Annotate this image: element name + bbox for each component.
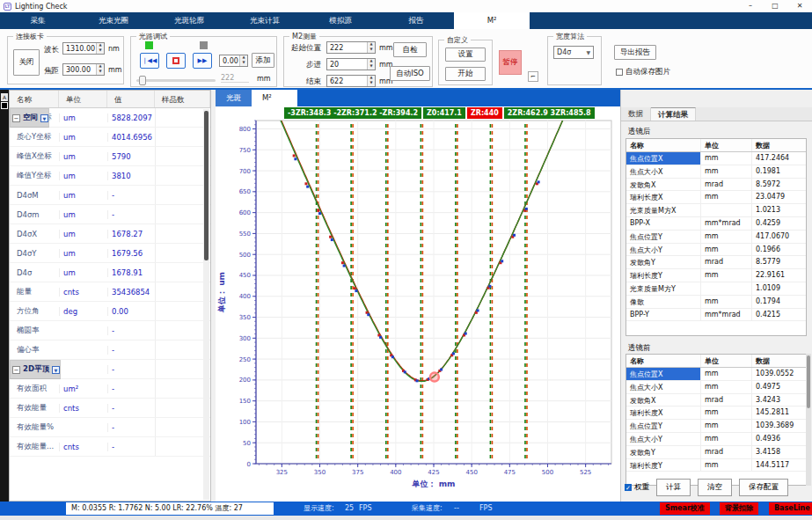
left-table-scrollbar[interactable] (203, 109, 209, 500)
column-header[interactable]: 名称 (626, 139, 700, 151)
pause-button[interactable]: 暂停 (499, 50, 522, 75)
wavelength-input[interactable]: 1310.00 ▲▼ (62, 42, 105, 55)
caustic-chart[interactable]: 0501001502002503003504004505005506006507… (216, 106, 620, 502)
table-row[interactable]: D4σum1678.91 (10, 263, 210, 282)
minimize-icon[interactable]: – (738, 0, 763, 12)
self-check-button[interactable]: 自检 (393, 42, 427, 57)
menu-tab-采集[interactable]: 采集 (0, 12, 76, 29)
save-config-button[interactable]: 保存配置 (739, 479, 788, 496)
results-tab-计算结果[interactable]: 计算结果 (651, 107, 696, 121)
focal-spinner[interactable]: ▲▼ (96, 64, 104, 75)
focal-input[interactable]: 300.00 ▲▼ (62, 63, 105, 76)
column-header[interactable]: 单位 (700, 139, 751, 151)
table-row[interactable]: 发散角Xmrad8.5972 (626, 179, 806, 192)
weight-checkbox[interactable]: ✓ (625, 484, 632, 491)
table-row[interactable]: 像散mm0.1794 (626, 296, 806, 309)
table-row[interactable]: 方位角deg0.00 (10, 302, 210, 321)
close-icon[interactable]: ✕ (787, 0, 812, 12)
table-row[interactable]: 质心Y坐标um4014.6956 (10, 128, 210, 147)
calculate-button[interactable]: 计算 (656, 479, 691, 496)
table-row[interactable]: 焦点位置Ymm417.0670 (626, 231, 806, 244)
table-row[interactable]: 有效面积um²- (10, 379, 210, 399)
m2-field-spinner[interactable]: ▲▼ (367, 42, 375, 53)
column-header[interactable]: 名称 (10, 91, 59, 107)
results-tab-数据[interactable]: 数据 (621, 107, 651, 121)
column-header[interactable]: 数据 (751, 139, 806, 151)
dropdown-icon[interactable]: ▼ (40, 114, 48, 122)
table-row[interactable]: 焦点位置Xmm417.2464 (626, 152, 806, 165)
dock-a-icon[interactable]: A (1, 93, 8, 101)
close-board-button[interactable]: 关闭 (13, 49, 40, 76)
width-algorithm-select[interactable]: D4σ ▼ (553, 46, 594, 59)
table-row[interactable]: 焦点位置Ymm1039.3689 (626, 420, 806, 433)
m2-field-input[interactable]: 622▲▼ (326, 75, 376, 87)
column-header[interactable]: 数据 (751, 355, 806, 367)
stop-icon[interactable] (166, 53, 186, 69)
table-row[interactable]: 瑞利长度Ymm22.9161 (626, 269, 806, 282)
table-row[interactable]: 能量cnts35436854 (10, 282, 210, 302)
collapse-icon[interactable]: − (12, 114, 20, 122)
table-row[interactable]: 光束质量M方X1.0213 (626, 204, 806, 217)
status-button-Smear校准[interactable]: Smear校准 (660, 502, 710, 515)
m2-field-input[interactable]: 222▲▼ (326, 41, 376, 54)
offset-spinner[interactable]: ▲▼ (239, 55, 247, 66)
clear-button[interactable]: 清空 (698, 479, 732, 496)
table-row[interactable]: 发散角Ymrad8.5779 (626, 256, 806, 269)
table-row[interactable]: 有效能量cnts- (10, 399, 210, 418)
before-table-scrollbar[interactable] (806, 354, 811, 486)
table-row[interactable]: 焦点大小Xmm0.4975 (626, 381, 806, 394)
table-row[interactable]: 瑞利长度Xmm23.0479 (626, 191, 806, 204)
stage-position-slider[interactable] (136, 79, 216, 82)
fast-forward-icon[interactable]: ▶▶ (193, 53, 212, 69)
table-row[interactable]: 峰值X坐标um5790 (10, 147, 210, 166)
offset-input[interactable]: 0.00 ▲▼ (219, 55, 248, 67)
column-header[interactable]: 单位 (700, 355, 751, 367)
m2-field-input[interactable]: 20▲▼ (326, 58, 376, 70)
menu-tab-光斑轮廓[interactable]: 光斑轮廓 (151, 12, 227, 29)
export-report-button[interactable]: 导出报告 (614, 45, 656, 60)
table-row[interactable]: 发散角Xmrad3.4243 (626, 394, 806, 407)
table-row[interactable]: 有效能量...cnts- (10, 437, 210, 457)
status-button-背景扣除[interactable]: 背景扣除 (720, 502, 758, 515)
settings-button[interactable]: 设置 (445, 48, 486, 62)
column-header[interactable]: 值 (107, 91, 155, 107)
table-row[interactable]: BPP-Xmm*mrad0.4259 (626, 217, 806, 231)
table-row[interactable]: 焦点大小Ymm0.4936 (626, 433, 806, 446)
table-row[interactable]: −空间▼ (10, 108, 49, 128)
table-row[interactable]: 焦点大小Xmm0.1981 (626, 165, 806, 179)
menu-tab-报告[interactable]: 报告 (378, 12, 454, 29)
menu-tab-模拟源[interactable]: 模拟源 (303, 12, 378, 29)
table-row[interactable]: 瑞利长度Xmm145.2811 (626, 406, 806, 420)
table-row[interactable]: −2D平顶▼ (10, 360, 61, 379)
table-row[interactable]: 有效能量%- (10, 418, 210, 437)
dropdown-icon[interactable]: ▼ (52, 366, 60, 374)
table-row[interactable]: 峰值Y坐标um3810 (10, 166, 210, 186)
menu-tab-M²[interactable]: M² (454, 12, 530, 29)
maximize-icon[interactable]: □ (763, 0, 787, 12)
table-row[interactable]: D4σMum- (10, 186, 210, 205)
chart-tab-M²[interactable]: M² (252, 90, 297, 106)
skip-back-icon[interactable]: ❘◀◀ (140, 53, 159, 69)
column-header[interactable]: 单位 (59, 91, 107, 107)
table-row[interactable]: 焦点位置Xmm1039.0552 (626, 368, 806, 381)
table-row[interactable]: 椭圆率- (10, 321, 210, 341)
slider-handle[interactable] (139, 76, 146, 85)
auto-save-option[interactable]: 自动保存图片 (616, 67, 670, 77)
weight-option[interactable]: ✓ 权重 (625, 482, 649, 493)
table-row[interactable]: 发散角Ymrad3.4158 (626, 446, 806, 459)
menu-tab-光束计算[interactable]: 光束计算 (227, 12, 303, 29)
table-row[interactable]: D4σXum1678.27 (10, 224, 210, 244)
add-button[interactable]: 添加 (252, 53, 274, 68)
wavelength-spinner[interactable]: ▲▼ (96, 43, 104, 54)
start-button[interactable]: 开始 (445, 67, 486, 81)
table-row[interactable]: 瑞利长度Ymm144.5117 (626, 459, 806, 472)
m2-field-spinner[interactable]: ▲▼ (367, 59, 375, 70)
column-header[interactable]: 样品数 (155, 91, 210, 107)
table-row[interactable]: 偏心率- (10, 341, 210, 360)
table-row[interactable]: D4σYum1679.56 (10, 244, 210, 263)
chart-tab-光斑[interactable]: 光斑 (216, 90, 252, 106)
collapse-icon[interactable]: − (12, 366, 20, 374)
table-row[interactable]: 光束质量M方Y1.0109 (626, 282, 806, 296)
status-button-BaseLine[interactable]: BaseLine (769, 502, 812, 515)
popup-panel-icon[interactable]: ⌐ (528, 71, 538, 82)
